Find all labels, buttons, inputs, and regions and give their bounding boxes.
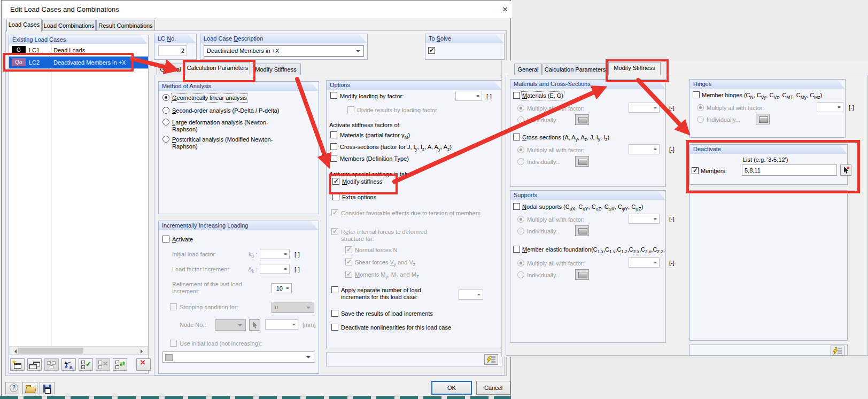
checkbox-label: Extra options	[342, 194, 376, 201]
radio-second-order[interactable]	[162, 107, 169, 114]
load-case-table	[9, 44, 148, 346]
dialog-title: Edit Load Cases and Combinations	[10, 5, 119, 13]
new-load-case-button[interactable]: ★	[10, 358, 25, 371]
section-label: Activate stiffness factors of:	[329, 122, 401, 129]
help-button[interactable]: ?	[5, 382, 19, 394]
lc-no-header: LC No.	[154, 34, 196, 43]
unit-label: [-]	[849, 104, 854, 111]
floppy-shutter-icon	[45, 385, 49, 387]
field-label: Load factor increment	[172, 266, 229, 273]
refinement-spinner[interactable]: 10	[272, 283, 292, 293]
increments-count-spinner	[459, 290, 483, 300]
checkbox-label: Divide results by loading factor	[357, 107, 437, 114]
foundation-individually-radio	[517, 271, 524, 278]
stopping-condition-checkbox	[170, 303, 177, 310]
floppy-label-icon	[45, 388, 51, 394]
modify-loading-checkbox[interactable]	[330, 92, 337, 99]
new-star-icon: ★	[12, 358, 17, 365]
description-header: Load Case Description	[200, 34, 367, 43]
checkbox-label: Member elastic foundation(C1,x,C1,y,C1,z…	[522, 246, 664, 253]
moments-checkbox	[345, 271, 352, 278]
folder-tab-icon	[26, 385, 31, 387]
checkbox-label: Shear forces Vy and Vz	[355, 259, 415, 266]
tab-general[interactable]: General	[157, 64, 184, 75]
renumber-ab-button[interactable]: A B	[61, 358, 76, 371]
delete-load-case-button[interactable]: ×	[136, 358, 151, 371]
close-icon[interactable]: ×	[499, 3, 511, 16]
apply-separate-increments-checkbox[interactable]	[331, 286, 338, 293]
tab-calculation-parameters-2[interactable]: Calculation Parameters	[542, 64, 608, 75]
tab-load-cases[interactable]: Load Cases	[6, 19, 42, 32]
unit-label: [-]	[669, 105, 675, 112]
checkbox-label: Consider favorable effects due to tensio…	[341, 210, 480, 217]
radio-large-deformation[interactable]	[162, 119, 169, 126]
description-combobox[interactable]: Deactivated Members in +X	[204, 45, 364, 57]
member-foundation-checkbox[interactable]	[513, 246, 520, 253]
unit-label: [-]	[294, 251, 300, 258]
to-solve-checkbox[interactable]	[428, 47, 435, 54]
unit-label: [-]	[669, 146, 675, 153]
checkbox-label: Normal forces N	[355, 247, 397, 254]
cross-sections-checkbox[interactable]	[513, 134, 520, 140]
hinges-header: Hinges	[690, 80, 845, 89]
save-results-checkbox[interactable]	[331, 310, 338, 317]
nodal-individually-radio	[517, 228, 524, 234]
shear-forces-checkbox	[345, 259, 352, 265]
calculation-parameters-button[interactable]	[484, 354, 498, 365]
cross-sections-factor-checkbox[interactable]	[330, 143, 337, 150]
table-icon	[578, 117, 587, 123]
unit-label: [-]	[294, 266, 300, 273]
tab-general-2[interactable]: General	[514, 64, 542, 75]
scrollbar-thumb[interactable]	[18, 348, 83, 354]
spinner-value: 10	[273, 285, 283, 292]
checkbox-label: Use initial load (not increasing):	[180, 340, 261, 347]
deactivate-nonlinearities-checkbox[interactable]	[331, 324, 338, 331]
radio-label: Multiply all with factor:	[527, 216, 585, 223]
empty-group	[689, 190, 848, 341]
stiffness-footer-strip	[689, 345, 848, 356]
box-icon	[50, 365, 53, 369]
swap-arrows-icon: ⇄	[120, 361, 125, 367]
unit-label: [-]	[486, 93, 492, 100]
table-icon	[578, 159, 587, 165]
checkbox-label: Modify loading by factor:	[340, 93, 404, 100]
open-button[interactable]	[22, 382, 37, 394]
tab-load-combinations[interactable]: Load Combinations	[42, 20, 96, 32]
divide-results-checkbox	[347, 106, 354, 113]
annotation-box-modify-stiffness-checkbox	[329, 174, 398, 194]
materials-factor-checkbox[interactable]	[330, 131, 337, 138]
members-factor-checkbox[interactable]	[330, 155, 337, 162]
radio-postcritical[interactable]	[162, 136, 169, 143]
nodal-individual-button	[575, 225, 589, 236]
cancel-button[interactable]: Cancel	[476, 381, 510, 395]
scroll-left-icon[interactable]	[12, 349, 17, 354]
member-hinges-checkbox[interactable]	[693, 91, 700, 98]
table-icon	[578, 272, 587, 278]
existing-load-cases-header: Existing Load Cases	[9, 35, 148, 44]
scroll-right-icon[interactable]	[141, 349, 145, 354]
radio-label: Multiply all with factor:	[707, 105, 764, 112]
tab-modify-stiffness[interactable]: Modify Stiffness	[251, 64, 301, 75]
copy-load-case-button[interactable]	[27, 358, 42, 371]
node-value-spinner	[265, 319, 298, 330]
checkbox-label: Moments My, Mz and MT	[355, 271, 419, 278]
materials-checkbox[interactable]	[513, 92, 520, 99]
symbol-label: k0 :	[249, 251, 257, 258]
calculation-parameters-button-2[interactable]	[831, 346, 844, 356]
check-all-button[interactable]: ✓ ✓ ✓	[79, 358, 93, 371]
ok-button[interactable]: OK	[431, 381, 472, 395]
initial-load-factor-spinner	[260, 249, 290, 259]
radio-geometrically-linear[interactable]	[162, 94, 169, 101]
delete-x-icon: ×	[140, 359, 145, 366]
save-button[interactable]	[40, 382, 55, 394]
swatch-icon	[165, 354, 173, 361]
checkbox-label: Activate	[172, 236, 193, 243]
nodal-supports-checkbox[interactable]	[513, 203, 520, 210]
invert-selection-button[interactable]: ✓ ⇄	[113, 358, 127, 371]
foundation-multiply-radio	[517, 260, 524, 267]
hinges-individual-button	[756, 114, 770, 124]
tab-result-combinations[interactable]: Result Combinations	[96, 20, 155, 32]
checkbox-icon	[115, 365, 119, 369]
activate-checkbox[interactable]	[162, 236, 169, 242]
horizontal-scrollbar[interactable]	[9, 346, 148, 355]
